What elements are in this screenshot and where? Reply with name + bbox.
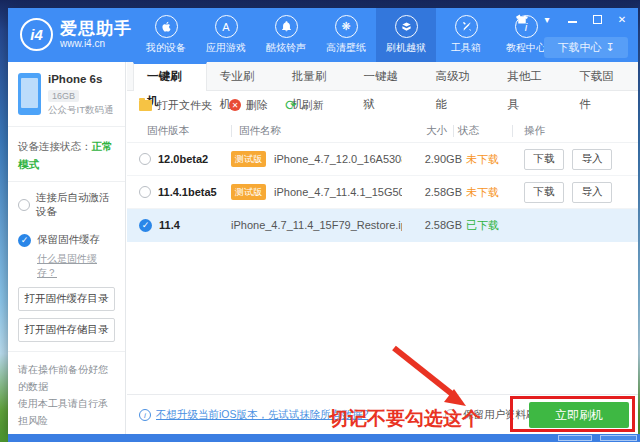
flash-jailbreak-icon (395, 15, 418, 38)
header-version: 固件版本 (127, 124, 231, 138)
table-header: 固件版本 固件名称 大小 状态 操作 (127, 119, 638, 143)
flash-now-button[interactable]: 立即刷机 (529, 402, 629, 428)
firmware-name: iPhone_4.7_11.4.1_15G5077a_Restore.ipsw (274, 186, 402, 198)
download-center-button[interactable]: 下载中心 ↧ (544, 37, 628, 58)
download-button[interactable]: 下载 (524, 182, 564, 203)
tab-one-click-jailbreak[interactable]: 一键越狱 (351, 62, 423, 90)
erase-data-link: 不想升级当前iOS版本，先试试抹除所有数据? (156, 408, 368, 422)
backup-section: 请在操作前备份好您的数据 使用本工具请自行承担风险 备份/恢复数据 (8, 351, 125, 442)
i4-logo-icon: i4 (20, 18, 53, 51)
apple-icon (155, 15, 178, 38)
header-ops: 操作 (520, 124, 638, 138)
checked-icon: ✓ (18, 234, 31, 247)
open-cache-dir-button[interactable]: 打开固件缓存目录 (18, 287, 115, 311)
desktop-wallpaper: i4 爱思助手 www.i4.cn 我的设备 A 应用游戏 (0, 0, 640, 442)
nav-label: 应用游戏 (206, 41, 246, 55)
device-note: 公众号IT数码通 (48, 104, 113, 117)
auto-activate-radio[interactable]: 连接后自动激活设备 (18, 191, 115, 219)
tab-other-tools[interactable]: 其他工具 (494, 62, 566, 90)
maximize-icon[interactable] (591, 13, 603, 25)
backup-warning-line2: 使用本工具请自行承担风险 (18, 395, 115, 429)
status-label: 设备连接状态： (18, 140, 92, 152)
refresh-icon: ⟳ (285, 99, 297, 111)
title-bar: i4 爱思助手 www.i4.cn 我的设备 A 应用游戏 (8, 8, 638, 62)
open-folder-label: 打开文件夹 (157, 98, 212, 113)
flower-icon: ❋ (335, 15, 358, 38)
radio-icon[interactable] (139, 153, 151, 165)
tab-batch-flash[interactable]: 批量刷机 (279, 62, 351, 90)
options-section: 连接后自动激活设备 ✓ 保留固件缓存 什么是固件缓存？ 打开固件缓存目录 打开固… (8, 181, 125, 351)
open-folder-button[interactable]: 打开文件夹 (139, 98, 212, 113)
selected-radio-icon[interactable]: ✓ (139, 219, 152, 232)
nav-label: 教程中心 (506, 41, 546, 55)
nav-label: 刷机越狱 (386, 41, 426, 55)
connection-status-section: 设备连接状态：正常模式 (8, 126, 125, 181)
firmware-row-selected[interactable]: ✓ 11.4 iPhone_4.7_11.4_15F79_Restore.ips… (127, 209, 638, 242)
background-window-edge (8, 434, 640, 442)
background-button (600, 435, 637, 441)
nav-label: 工具箱 (451, 41, 481, 55)
erase-data-tip[interactable]: i 不想升级当前iOS版本，先试试抹除所有数据? (139, 408, 368, 422)
firmware-version: 12.0beta2 (158, 153, 208, 165)
firmware-status: 已下载 (462, 218, 520, 233)
nav-ringtones[interactable]: 酷炫铃声 (256, 8, 316, 62)
delete-label: 删除 (246, 98, 268, 113)
refresh-label: 刷新 (302, 98, 324, 113)
main-nav: 我的设备 A 应用游戏 酷炫铃声 ❋ 高清壁纸 (136, 8, 556, 62)
info-circle-icon: i (139, 409, 151, 421)
download-center-label: 下载中心 (557, 40, 601, 55)
main-panel: 一键刷机 专业刷机 批量刷机 一键越狱 高级功能 其他工具 下载固件 打开文件夹… (127, 62, 638, 434)
tab-download-firmware[interactable]: 下载固件 (566, 62, 638, 90)
app-window: i4 爱思助手 www.i4.cn 我的设备 A 应用游戏 (8, 8, 638, 434)
open-storage-dir-button[interactable]: 打开固件存储目录 (18, 318, 115, 342)
download-button[interactable]: 下载 (524, 149, 564, 170)
radio-icon[interactable] (139, 186, 151, 198)
firmware-version: 11.4.1beta5 (158, 186, 217, 198)
import-button[interactable]: 导入 (572, 149, 612, 170)
what-is-cache-link[interactable]: 什么是固件缓存？ (37, 252, 115, 280)
minimize-icon[interactable] (566, 13, 578, 25)
tab-one-click-flash[interactable]: 一键刷机 (133, 62, 207, 91)
close-icon[interactable]: ✕ (616, 13, 628, 25)
nav-my-device[interactable]: 我的设备 (136, 8, 196, 62)
device-capacity-badge: 16GB (48, 90, 79, 102)
firmware-status: 未下载 (462, 185, 520, 200)
folder-icon (139, 100, 152, 111)
tab-advanced[interactable]: 高级功能 (422, 62, 494, 90)
nav-flash-jailbreak[interactable]: 刷机越狱 (376, 8, 436, 62)
firmware-row[interactable]: 11.4.1beta5 测试版 iPhone_4.7_11.4.1_15G507… (127, 176, 638, 209)
skin-icon[interactable] (516, 13, 528, 25)
window-controls: ▾ ✕ (516, 13, 628, 25)
beta-badge: 测试版 (231, 184, 266, 200)
firmware-name: iPhone_4.7_12.0_16A5308e_Restore.ipsw (274, 153, 402, 165)
tab-pro-flash[interactable]: 专业刷机 (207, 62, 279, 90)
divider (231, 125, 232, 137)
import-button[interactable]: 导入 (572, 182, 612, 203)
checkbox-icon (445, 409, 457, 421)
footer-bar: i 不想升级当前iOS版本，先试试抹除所有数据? 保留用户资料刷机 立即刷机 (127, 394, 638, 434)
nav-label: 酷炫铃声 (266, 41, 306, 55)
app-url: www.i4.cn (60, 38, 132, 49)
delete-button[interactable]: ✕ 删除 (229, 98, 268, 113)
nav-label: 我的设备 (146, 41, 186, 55)
keep-cache-checkbox[interactable]: ✓ 保留固件缓存 (18, 233, 115, 247)
firmware-size: 2.58GB (402, 186, 462, 198)
tools-icon (455, 15, 478, 38)
auto-activate-label: 连接后自动激活设备 (36, 191, 115, 219)
firmware-row[interactable]: 12.0beta2 测试版 iPhone_4.7_12.0_16A5308e_R… (127, 143, 638, 176)
delete-icon: ✕ (229, 99, 241, 111)
tab-bar: 一键刷机 专业刷机 批量刷机 一键越狱 高级功能 其他工具 下载固件 (127, 62, 638, 91)
background-button (558, 435, 592, 441)
nav-toolbox[interactable]: 工具箱 (436, 8, 496, 62)
firmware-name: iPhone_4.7_11.4_15F79_Restore.ipsw (231, 219, 402, 231)
menu-icon[interactable]: ▾ (541, 13, 553, 25)
appstore-icon: A (215, 15, 238, 38)
nav-apps-games[interactable]: A 应用游戏 (196, 8, 256, 62)
app-title: 爱思助手 (60, 20, 132, 38)
app-logo: i4 爱思助手 www.i4.cn (20, 18, 132, 51)
device-info: iPhone 6s 16GB 公众号IT数码通 (8, 62, 125, 126)
backup-warning-line1: 请在操作前备份好您的数据 (18, 361, 115, 395)
nav-wallpapers[interactable]: ❋ 高清壁纸 (316, 8, 376, 62)
table-empty-area (127, 242, 638, 394)
refresh-button[interactable]: ⟳ 刷新 (285, 98, 324, 113)
